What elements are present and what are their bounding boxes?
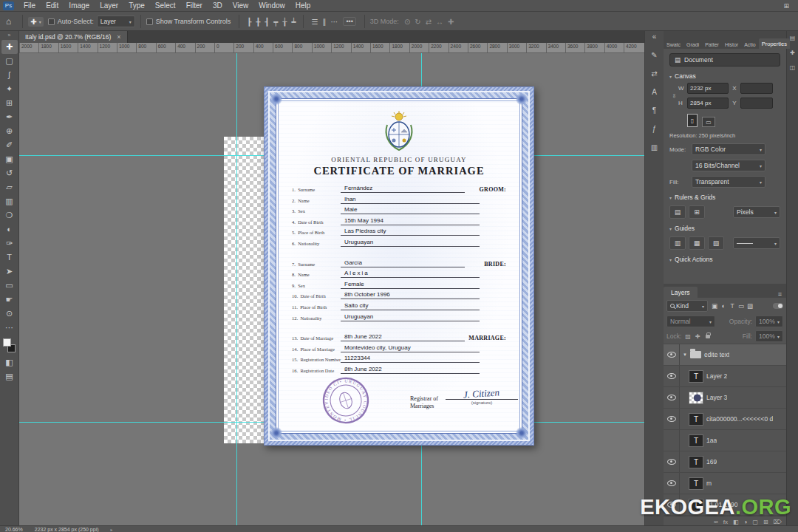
- toggle-grid-icon[interactable]: ⊞: [689, 205, 705, 219]
- fill-dropdown[interactable]: 100%▾: [755, 330, 783, 342]
- menu-item[interactable]: View: [228, 0, 254, 12]
- layer-row[interactable]: T cita000000...<<<<<<0 d: [664, 409, 786, 430]
- dock-collapse-icon[interactable]: «: [652, 33, 657, 41]
- image-layer-thumbnail[interactable]: [689, 392, 703, 404]
- layer-name[interactable]: 1aa: [706, 437, 717, 444]
- clone-stamp-tool[interactable]: ▣: [1, 152, 18, 166]
- menu-item[interactable]: Layer: [95, 0, 123, 12]
- layer-row[interactable]: T Layer 2: [664, 366, 786, 387]
- panel-tab[interactable]: Patter: [702, 40, 722, 49]
- link-layers-icon[interactable]: ∞: [714, 519, 718, 525]
- align-left-icon[interactable]: ┠: [247, 18, 251, 26]
- filter-adjustment-layers-icon[interactable]: ◐: [719, 302, 728, 310]
- character-panel-icon[interactable]: A: [652, 88, 657, 96]
- foreground-color-swatch[interactable]: [3, 338, 11, 347]
- hand-tool[interactable]: ☛: [1, 293, 18, 307]
- color-swatches[interactable]: [1, 338, 18, 355]
- toggle-guides-icon[interactable]: ▥: [669, 236, 686, 250]
- eye-icon[interactable]: [667, 416, 676, 422]
- brush-tool[interactable]: ✐: [1, 138, 18, 152]
- auto-select-target-dropdown[interactable]: Layer▾: [97, 16, 135, 27]
- quick-mask-icon[interactable]: ◧: [1, 355, 18, 369]
- bit-depth-dropdown[interactable]: 16 Bits/Channel▾: [692, 160, 765, 171]
- menu-item[interactable]: Type: [123, 0, 150, 12]
- height-input[interactable]: 2854 px: [687, 98, 729, 109]
- menu-item[interactable]: Filter: [181, 0, 208, 12]
- blend-mode-dropdown[interactable]: Normal▾: [666, 316, 715, 327]
- tab-layers[interactable]: Layers: [664, 287, 698, 298]
- crop-tool[interactable]: ⊞: [1, 96, 18, 110]
- align-bottom-icon[interactable]: ┷: [291, 18, 296, 26]
- layer-filter-dropdown[interactable]: Kind▾: [666, 300, 708, 312]
- workspace-switcher-icon[interactable]: ⊞: [783, 2, 789, 10]
- align-top-icon[interactable]: ┯: [273, 18, 278, 26]
- canvas-fill-dropdown[interactable]: Transparent▾: [692, 176, 765, 188]
- layer-name[interactable]: Layer 2: [706, 372, 727, 380]
- path-selection-tool[interactable]: ➤: [1, 265, 18, 279]
- eye-icon[interactable]: [667, 480, 676, 486]
- layer-name[interactable]: 169: [706, 458, 717, 466]
- align-center-horizontal-icon[interactable]: ╂: [256, 18, 260, 26]
- text-layer-thumbnail[interactable]: T: [689, 434, 703, 447]
- lock-all-icon[interactable]: [706, 335, 710, 338]
- info-panel-icon[interactable]: ◫: [790, 64, 796, 71]
- layer-row[interactable]: ▼ edite text: [664, 344, 786, 366]
- landscape-orientation-button[interactable]: ▭: [702, 117, 715, 127]
- document-tab[interactable]: Italy id.psd @ 20.7% (RGB/16) ×: [19, 31, 128, 43]
- text-layer-thumbnail[interactable]: T: [689, 456, 703, 468]
- current-tool-icon[interactable]: ✚▾: [28, 17, 43, 27]
- align-middle-icon[interactable]: ╁: [282, 18, 287, 26]
- history-brush-tool[interactable]: ↺: [1, 166, 18, 180]
- move-tool[interactable]: ✚: [1, 40, 18, 54]
- more-options-icon[interactable]: •••: [343, 17, 355, 26]
- eye-icon[interactable]: [667, 352, 676, 358]
- rulers-grids-section-header[interactable]: ▾ Rulers & Grids: [669, 194, 780, 201]
- zoom-tool[interactable]: ⊙: [1, 307, 18, 321]
- visibility-cell[interactable]: [664, 366, 680, 386]
- text-layer-thumbnail[interactable]: T: [689, 370, 703, 383]
- visibility-cell[interactable]: [664, 387, 680, 408]
- visibility-cell[interactable]: [664, 451, 680, 472]
- menu-item[interactable]: Window: [253, 0, 290, 12]
- filter-smart-objects-icon[interactable]: ▨: [746, 302, 754, 310]
- document-selector[interactable]: ▤ Document: [669, 53, 780, 66]
- text-layer-thumbnail[interactable]: T: [689, 413, 703, 426]
- distribute-vertical-icon[interactable]: ☰: [311, 18, 318, 26]
- canvas-section-header[interactable]: ▾ Canvas: [669, 72, 780, 80]
- color-mode-dropdown[interactable]: RGB Color▾: [692, 143, 765, 155]
- filter-shape-layers-icon[interactable]: ▭: [737, 302, 746, 310]
- eyedropper-tool[interactable]: ✒: [1, 110, 18, 124]
- menu-item[interactable]: Edit: [41, 0, 64, 12]
- panel-menu-icon[interactable]: ≡: [778, 290, 782, 298]
- delete-layer-icon[interactable]: ⌦: [774, 519, 782, 525]
- menu-item[interactable]: Help: [290, 0, 316, 12]
- eye-icon[interactable]: [667, 395, 676, 400]
- layer-name[interactable]: cita000000...<<<<<<0 d: [706, 415, 773, 423]
- panel-tab[interactable]: Gradi: [683, 40, 702, 49]
- ruler-units-dropdown[interactable]: Pixels▾: [733, 206, 780, 218]
- visibility-cell[interactable]: [664, 430, 680, 451]
- x-input[interactable]: [740, 83, 773, 94]
- toolbar-collapse-icon[interactable]: »: [8, 31, 11, 40]
- panel-tab[interactable]: Actio: [741, 40, 759, 49]
- show-transform-checkbox[interactable]: [146, 18, 153, 25]
- screen-mode-icon[interactable]: ▤: [1, 369, 18, 383]
- visibility-cell[interactable]: [664, 473, 680, 494]
- marquee-tool[interactable]: ▢: [1, 54, 18, 68]
- paragraph-panel-icon[interactable]: ¶: [652, 106, 656, 115]
- portrait-orientation-button[interactable]: ▯: [687, 114, 698, 127]
- eye-icon[interactable]: [667, 459, 676, 465]
- quick-actions-section-header[interactable]: ▾ Quick Actions: [669, 256, 780, 263]
- layer-row[interactable]: Layer 3: [664, 387, 786, 409]
- brush-settings-panel-icon[interactable]: ✎: [651, 51, 657, 59]
- quick-selection-tool[interactable]: ✦: [1, 82, 18, 96]
- dodge-tool[interactable]: ◐: [1, 222, 18, 236]
- lock-position-icon[interactable]: ✚: [695, 333, 700, 340]
- lock-transparency-icon[interactable]: ▨: [685, 333, 691, 340]
- panel-tab[interactable]: Histor: [722, 40, 741, 49]
- layer-row[interactable]: T 169: [664, 451, 786, 473]
- text-layer-thumbnail[interactable]: T: [689, 477, 703, 490]
- layer-row[interactable]: T 1aa: [664, 430, 786, 451]
- new-guide-layout-icon[interactable]: ▦: [689, 236, 705, 250]
- history-panel-icon[interactable]: ▤: [790, 35, 796, 41]
